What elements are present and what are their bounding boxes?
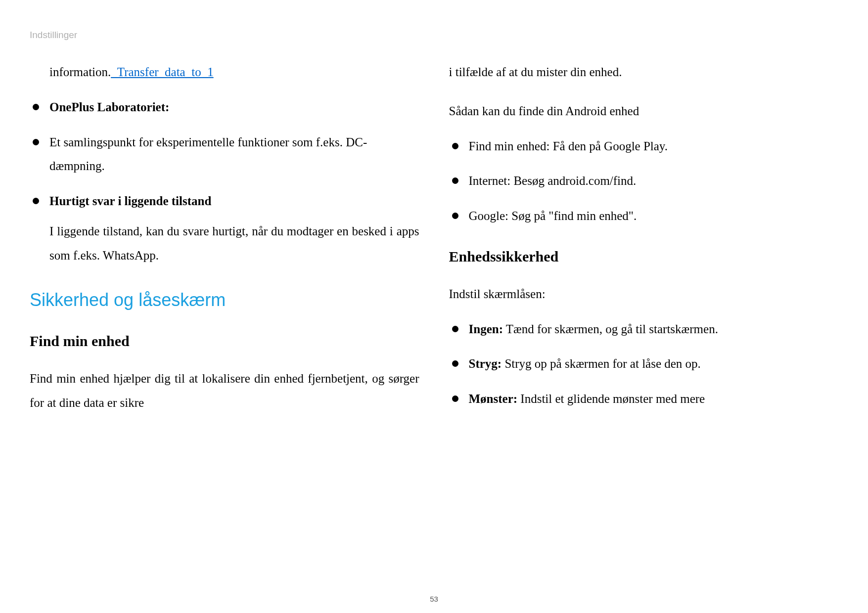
two-column-layout: information._Transfer_data_to_1 OnePlus … [30,60,838,415]
right-column: i tilfælde af at du mister din enhed. Så… [449,60,839,415]
lock-none-desc: Tænd for skærmen, og gå til startskærmen… [503,322,718,336]
information-text: information. [49,65,111,79]
find-method-play: Find min enhed: Få den på Google Play. [449,134,839,159]
find-method-internet: Internet: Besøg android.com/find. [449,169,839,193]
lock-pattern-label: Mønster: [469,392,518,405]
left-column: information._Transfer_data_to_1 OnePlus … [30,60,419,415]
feature-list: OnePlus Laboratoriet: Et samlingspunkt f… [30,95,419,214]
oneplus-lab-item: OnePlus Laboratoriet: [30,95,419,120]
continuation-line: information._Transfer_data_to_1 [30,60,419,85]
page-header: Indstillinger [30,30,838,41]
device-security-heading: Enhedssikkerhed [449,248,839,265]
oneplus-lab-description: Et samlingspunkt for eksperimentelle fun… [49,135,367,173]
oneplus-lab-desc-item: Et samlingspunkt for eksperimentelle fun… [30,131,419,179]
oneplus-lab-header: OnePlus Laboratoriet: [49,100,169,114]
find-method-google: Google: Søg på "find min enhed". [449,204,839,228]
page-number: 53 [0,595,868,603]
transfer-data-link[interactable]: _Transfer_data_to_1 [111,65,213,79]
lock-pattern-desc: Indstil et glidende mønster med mere [517,392,705,405]
lock-option-none: Ingen: Tænd for skærmen, og gå til start… [449,317,839,342]
screen-lock-intro: Indstil skærmlåsen: [449,282,839,306]
header-breadcrumb: Indstillinger [30,30,77,40]
quick-reply-item: Hurtigt svar i liggende tilstand [30,189,419,214]
lock-option-swipe: Stryg: Stryg op på skærmen for at låse d… [449,352,839,376]
lock-swipe-label: Stryg: [469,357,502,370]
find-my-device-heading: Find min enhed [30,333,419,350]
lock-none-label: Ingen: [469,322,503,336]
find-my-device-paragraph: Find min enhed hjælper dig til at lokali… [30,367,419,415]
find-android-intro: Sådan kan du finde din Android enhed [449,99,839,124]
lock-swipe-desc: Stryg op på skærmen for at låse den op. [502,357,701,370]
lock-options-list: Ingen: Tænd for skærmen, og gå til start… [449,317,839,411]
lock-option-pattern: Mønster: Indstil et glidende mønster med… [449,387,839,411]
quick-reply-description: I liggende tilstand, kan du svare hurtig… [30,219,419,268]
quick-reply-header: Hurtigt svar i liggende tilstand [49,194,211,208]
find-methods-list: Find min enhed: Få den på Google Play. I… [449,134,839,228]
security-lockscreen-heading: Sikkerhed og låseskærm [30,290,419,310]
paragraph-continuation: i tilfælde af at du mister din enhed. [449,60,839,85]
